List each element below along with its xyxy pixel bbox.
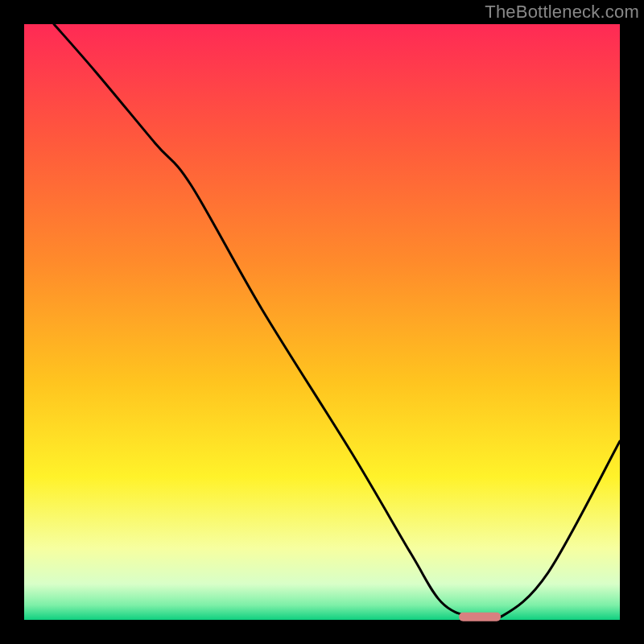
chart-background-gradient xyxy=(24,24,620,620)
optimum-marker xyxy=(459,613,501,621)
watermark-label: TheBottleneck.com xyxy=(485,2,639,23)
bottleneck-chart: TheBottleneck.com xyxy=(0,0,644,644)
chart-svg xyxy=(0,0,644,644)
